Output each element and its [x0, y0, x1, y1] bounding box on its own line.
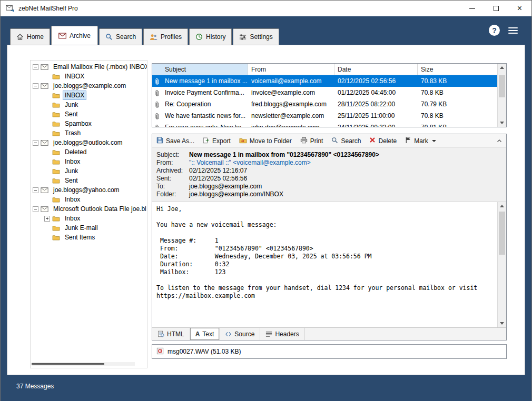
maximize-button[interactable] [484, 1, 508, 16]
view-tab-text[interactable]: A Text [190, 328, 220, 340]
column-header-attachment[interactable] [152, 64, 162, 75]
search-message-button[interactable]: Search [331, 137, 361, 145]
tab-profiles-label: Profiles [161, 33, 182, 41]
tree-folder-item[interactable]: Trash [33, 128, 147, 138]
scroll-down-arrow-icon[interactable] [500, 122, 504, 124]
move-to-folder-button[interactable]: Move to Folder [239, 137, 292, 145]
tree-folder-item[interactable]: Sent Items [33, 233, 147, 242]
wav-file-icon [156, 347, 164, 356]
message-row[interactable]: New message 1 in mailbox ...voicemail@ex… [152, 75, 497, 87]
message-row[interactable]: We have fantastic news for...newsletter@… [152, 110, 497, 122]
message-date: 25/11/2025 11:00:00 [334, 112, 418, 119]
tree-folder-item[interactable]: INBOX [33, 72, 147, 81]
print-label: Print [310, 137, 323, 145]
tab-search[interactable]: Search [99, 28, 142, 45]
export-button[interactable]: Export [203, 137, 231, 145]
folder-tree: Email Mailbox File (.mbox) INBOXINBOXjoe… [30, 60, 147, 368]
tree-account-item[interactable]: joe.bloggs@outlook.com [33, 138, 147, 147]
move-to-folder-label: Move to Folder [250, 137, 292, 145]
scrollbar-thumb[interactable] [499, 75, 505, 97]
hamburger-icon [508, 27, 518, 28]
tree-folder-item[interactable]: Sent [33, 109, 147, 119]
scrollbar-thumb[interactable] [499, 212, 505, 255]
print-button[interactable]: Print [300, 137, 323, 145]
save-as-button[interactable]: Save As... [156, 137, 194, 145]
mail-account-icon [41, 206, 50, 212]
tab-history[interactable]: History [189, 28, 232, 45]
headers-list-icon [265, 331, 272, 337]
view-tab-source[interactable]: Source [220, 328, 260, 340]
column-header-date[interactable]: Date [334, 64, 418, 75]
tree-account-item[interactable]: joe.bloggs@example.com [33, 81, 147, 91]
scroll-down-arrow-icon[interactable] [500, 322, 504, 325]
tree-item-label: Inbox [63, 214, 82, 223]
column-header-size[interactable]: Size [418, 64, 497, 75]
message-list-scrollbar[interactable] [497, 64, 506, 127]
tree-folder-item[interactable]: Sent [33, 176, 147, 185]
tab-settings[interactable]: Settings [233, 28, 279, 45]
tree-folder-item[interactable]: Spambox [33, 119, 147, 128]
scroll-up-arrow-icon[interactable] [500, 66, 504, 69]
tab-profiles[interactable]: Profiles [143, 28, 188, 45]
tree-folder-item[interactable]: Junk [33, 166, 147, 176]
field-value-from-link[interactable]: ":: Voicemail ::" <voicemail@example.com… [189, 159, 311, 167]
field-label-subject: Subject: [156, 151, 189, 159]
tree-folder-item[interactable]: Junk E-mail [33, 223, 147, 233]
tab-archive[interactable]: Archive [51, 26, 98, 45]
tree-account-item[interactable]: Email Mailbox File (.mbox) INBOX [33, 62, 147, 72]
column-header-subject[interactable]: Subject [162, 64, 248, 75]
chevron-up-icon [497, 139, 502, 143]
close-icon: × [517, 4, 522, 13]
view-tab-headers[interactable]: Headers [260, 328, 304, 340]
delete-button[interactable]: Delete [369, 137, 397, 145]
tree-item-label: INBOX [63, 72, 86, 81]
mail-account-icon [41, 140, 50, 146]
scrollbar-thumb[interactable] [32, 363, 104, 365]
close-button[interactable]: × [508, 1, 531, 16]
folder-icon [52, 111, 61, 117]
tab-home[interactable]: Home [10, 28, 50, 45]
message-row[interactable]: For your eyes only: New ke...john.doe@ex… [152, 122, 497, 127]
folder-icon [52, 225, 61, 231]
tree-horizontal-scrollbar[interactable] [32, 362, 135, 366]
tree-folder-item[interactable]: Junk [33, 100, 147, 109]
settings-sliders-icon [239, 34, 247, 41]
message-row[interactable]: Re: Cooperationfred.bloggs@example.com28… [152, 98, 497, 110]
mark-flag-icon [405, 137, 411, 145]
search-icon [331, 137, 338, 145]
collapse-box-icon[interactable] [33, 83, 38, 89]
message-body-text: Hi Joe, You have a new voicemail message… [152, 202, 497, 327]
tree-folder-item[interactable]: INBOX [33, 91, 147, 100]
collapse-box-icon[interactable] [33, 140, 38, 146]
column-header-from[interactable]: From [248, 64, 334, 75]
help-button[interactable]: ? [489, 25, 500, 36]
folder-icon [52, 168, 61, 174]
tree-folder-item[interactable]: Inbox [33, 214, 147, 223]
field-value-folder: joe.bloggs@example.com/INBOX [189, 191, 283, 198]
tree-folder-item[interactable]: Deleted [33, 147, 147, 157]
scroll-up-arrow-icon[interactable] [500, 205, 504, 207]
tree-folder-item[interactable]: Inbox [33, 157, 147, 166]
tree-folder-item[interactable]: Inbox [33, 195, 147, 204]
view-tab-html[interactable]: HTML [152, 328, 190, 340]
field-label-sent: Sent: [156, 175, 189, 183]
collapse-box-icon[interactable] [33, 187, 38, 193]
minimize-button[interactable] [460, 1, 484, 16]
tree-account-item[interactable]: joe.bloggs@yahoo.com [33, 185, 147, 195]
collapse-box-icon[interactable] [33, 64, 38, 70]
message-list: Subject From Date Size New message 1 in … [152, 63, 507, 127]
tree-account-item[interactable]: Microsoft Outlook Data File joe.bl [33, 204, 147, 214]
attachment-name[interactable]: msg0027.WAV (51.03 KB) [168, 348, 241, 355]
expand-box-icon[interactable] [44, 216, 50, 222]
collapse-preview-button[interactable] [497, 139, 502, 143]
collapse-box-icon[interactable] [33, 206, 38, 212]
message-body-scrollbar[interactable] [497, 202, 506, 327]
folder-icon [52, 158, 61, 165]
message-row[interactable]: Invoice Payment Confirma...invoice@examp… [152, 87, 497, 98]
main-content: Email Mailbox File (.mbox) INBOXINBOXjoe… [7, 45, 525, 375]
export-icon [203, 137, 210, 145]
menu-button[interactable] [508, 26, 518, 35]
mark-button[interactable]: Mark [405, 137, 436, 145]
tab-archive-label: Archive [70, 32, 91, 39]
export-label: Export [212, 137, 231, 145]
